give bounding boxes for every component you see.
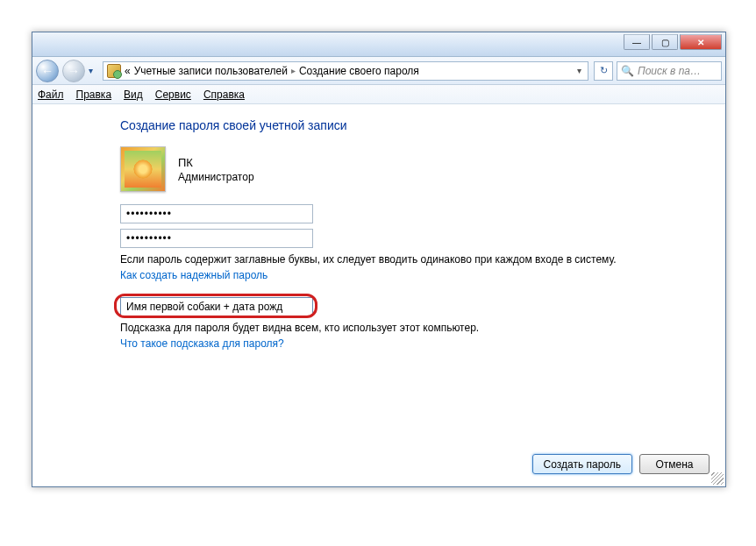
maximize-button[interactable]: ▢ bbox=[652, 34, 678, 50]
close-icon: ✕ bbox=[697, 38, 704, 47]
refresh-button[interactable]: ↻ bbox=[594, 61, 613, 81]
minimize-icon: — bbox=[632, 38, 641, 47]
menu-edit[interactable]: Правка bbox=[76, 89, 112, 101]
menu-tools[interactable]: Сервис bbox=[155, 89, 191, 101]
avatar bbox=[120, 146, 166, 192]
password-field[interactable] bbox=[120, 204, 313, 223]
user-row: ПК Администратор bbox=[120, 146, 704, 192]
content: Создание пароля своей учетной записи ПК … bbox=[32, 104, 725, 360]
resize-grip[interactable] bbox=[711, 472, 724, 485]
minimize-button[interactable]: — bbox=[624, 34, 650, 50]
hint-help-link[interactable]: Что такое подсказка для пароля? bbox=[120, 337, 704, 350]
page-title: Создание пароля своей учетной записи bbox=[120, 118, 704, 132]
menu-view[interactable]: Вид bbox=[124, 89, 143, 101]
maximize-icon: ▢ bbox=[661, 38, 669, 47]
forward-button[interactable]: → bbox=[62, 60, 85, 82]
chevron-right-icon: ▸ bbox=[291, 66, 296, 75]
location-icon bbox=[107, 64, 121, 78]
menubar: Файл Правка Вид Сервис Справка bbox=[32, 85, 725, 104]
strong-password-link[interactable]: Как создать надежный пароль bbox=[120, 269, 704, 281]
create-password-button[interactable]: Создать пароль bbox=[532, 454, 632, 474]
password-note: Если пароль содержит заглавные буквы, их… bbox=[120, 253, 704, 266]
search-icon: 🔍 bbox=[621, 65, 634, 77]
window: — ▢ ✕ ← → ▾ « Учетные записи пользовател… bbox=[32, 32, 726, 487]
back-button[interactable]: ← bbox=[36, 60, 59, 82]
search-placeholder: Поиск в па… bbox=[638, 65, 701, 77]
address-bar[interactable]: « Учетные записи пользователей ▸ Создани… bbox=[103, 61, 588, 81]
address-dropdown[interactable]: ▾ bbox=[574, 66, 584, 75]
search-input[interactable]: 🔍 Поиск в па… bbox=[617, 61, 722, 81]
button-row: Создать пароль Отмена bbox=[532, 454, 710, 474]
hint-note: Подсказка для пароля будет видна всем, к… bbox=[120, 322, 704, 334]
username-label: ПК bbox=[178, 156, 254, 169]
password-confirm-field[interactable] bbox=[120, 229, 313, 248]
menu-help[interactable]: Справка bbox=[203, 89, 245, 101]
breadcrumb-parent[interactable]: Учетные записи пользователей bbox=[134, 65, 288, 77]
navbar: ← → ▾ « Учетные записи пользователей ▸ С… bbox=[32, 57, 725, 85]
crumb-prefix: « bbox=[125, 65, 131, 77]
refresh-icon: ↻ bbox=[600, 65, 608, 76]
nav-history-dropdown[interactable]: ▾ bbox=[89, 66, 99, 75]
password-hint-field[interactable] bbox=[120, 297, 313, 316]
forward-icon: → bbox=[68, 64, 80, 78]
menu-file[interactable]: Файл bbox=[38, 89, 64, 101]
cancel-button[interactable]: Отмена bbox=[639, 454, 710, 474]
user-role-label: Администратор bbox=[178, 171, 254, 183]
back-icon: ← bbox=[41, 64, 53, 78]
breadcrumb-current[interactable]: Создание своего пароля bbox=[299, 65, 419, 77]
close-button[interactable]: ✕ bbox=[680, 34, 722, 50]
titlebar: — ▢ ✕ bbox=[32, 32, 725, 57]
